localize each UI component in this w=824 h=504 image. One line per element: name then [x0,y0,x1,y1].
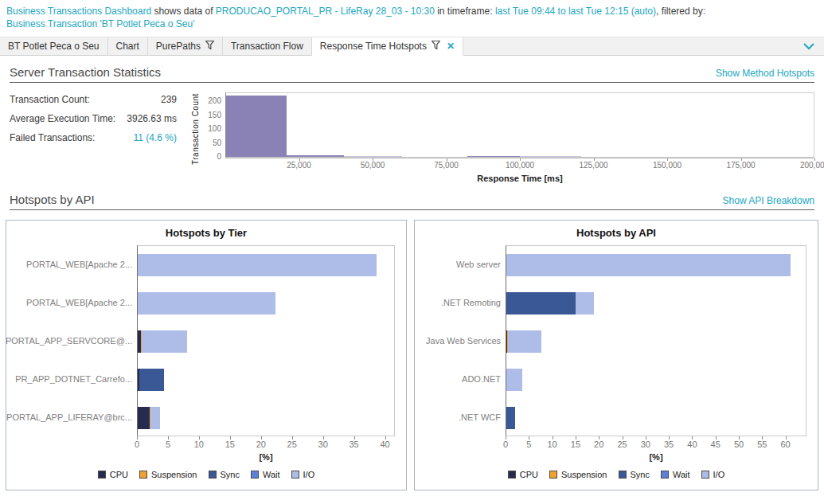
x-tick-label: 40 [687,440,697,449]
dashboard-description: Business Transactions Dashboard shows da… [0,0,824,33]
bar-segment-i-o [576,292,594,315]
tab-label: BT Potlet Peca o Seu [8,41,100,52]
category-label: PORTAL_APP_LIFERAY@brc... [11,398,137,436]
histogram-x-tick-label: 25,000 [287,161,311,170]
bar-stack [138,369,394,391]
bar-row [506,361,806,399]
tab-response-time-hotspots[interactable]: Response Time Hotspots✕ [312,37,463,56]
legend-item: Wait [661,470,690,479]
stat-row: Failed Transactions:11 (4.6 %) [10,132,191,143]
bar-segment-i-o [508,330,541,353]
legend-swatch [549,471,557,479]
category-label: PORTAL_WEB[Apache 2... [11,283,137,322]
legend-label: Suspension [561,470,607,479]
hotspots-by-tier-panel: Hotspots by TierPORTAL_WEB[Apache 2...PO… [6,220,407,490]
server-transaction-statistics-header: Server Transaction Statistics Show Metho… [10,65,814,79]
x-tick-label: 0 [503,440,508,449]
legend-swatch [98,471,106,479]
chart-legend: CPUSuspensionSyncWaitI/O [6,462,406,479]
show-api-breakdown-link[interactable]: Show API Breakdown [723,195,814,206]
close-tab-icon[interactable]: ✕ [445,41,455,52]
filter-icon[interactable] [205,41,214,52]
x-tick-label: 15 [571,440,580,449]
legend-label: I/O [303,470,315,479]
x-tick-label: 10 [194,440,204,449]
description-segment: , filtered by: [656,6,705,17]
bar-segment-cpu [138,407,150,429]
histogram-bar [287,155,344,157]
x-axis-label: [%] [137,451,395,462]
legend-item: Sync [209,470,240,479]
section-title-hotspots-by-api: Hotspots by API [10,193,95,206]
bar-row [138,322,394,361]
statistics-and-histogram: Transaction Count:239Average Execution T… [10,91,814,183]
histogram-y-tick-label: 0 [199,152,221,161]
tab-bar: BT Potlet Peca o SeuChartPurePathsTransa… [0,37,824,56]
plot-column: 0510152025303540[%] [137,245,395,462]
chart-title: Hotspots by Tier [6,225,406,245]
bar-stack [506,292,806,315]
legend-item: CPU [508,470,538,479]
tab-label: PurePaths [156,41,201,52]
tab-chart[interactable]: Chart [108,37,148,55]
filter-icon[interactable] [432,41,440,52]
chevron-down-icon[interactable] [794,37,824,55]
bar-row [506,246,806,284]
legend-label: Sync [221,470,240,479]
x-axis: 0510152025303540 [137,436,395,451]
x-tick-label: 45 [711,440,721,449]
legend-item: CPU [98,470,128,479]
tab-bt-potlet-peca-o-seu[interactable]: BT Potlet Peca o Seu [0,37,108,55]
x-tick-label: 50 [734,440,744,449]
hotspots-by-api-panel: Hotspots by APIWeb server.NET RemotingJa… [414,220,818,490]
plot-area [137,245,395,436]
stat-value[interactable]: 11 (4.6 %) [121,132,177,143]
plot-area [506,245,806,436]
tab-transaction-flow[interactable]: Transaction Flow [223,37,312,55]
description-segment: Business Transaction 'BT Potlet Peca o S… [6,18,195,29]
stat-row: Transaction Count:239 [10,94,191,105]
legend-item: Sync [619,470,650,479]
chart-body: PORTAL_WEB[Apache 2...PORTAL_WEB[Apache … [6,245,406,462]
bar-segment-i-o [138,292,275,315]
x-tick-label: 20 [594,440,603,449]
legend-item: Wait [251,470,280,479]
hotspot-charts: Hotspots by TierPORTAL_WEB[Apache 2...PO… [6,220,818,490]
histogram-x-tick-label: 200,000 [800,161,824,170]
histogram-bar [520,156,581,157]
legend-item: I/O [291,470,315,479]
legend-label: Wait [263,470,280,479]
histogram-x-axis: 25,00050,00075,000100,000125,000150,0001… [225,158,814,172]
bar-stack [506,369,806,391]
tab-purepaths[interactable]: PurePaths [148,37,223,55]
legend-swatch [619,471,627,479]
bar-stack [506,407,806,429]
bar-row [138,399,394,437]
description-segment: in timeframe: [435,6,495,17]
x-tick-label: 60 [781,440,791,449]
dashboard-window: Business Transactions Dashboard shows da… [0,0,824,490]
legend-swatch [209,471,217,479]
histogram-x-tick-label: 125,000 [579,161,607,170]
bar-row [138,284,394,322]
x-tick-label: 55 [757,440,767,449]
bar-segment-i-o [506,254,791,276]
bar-row [506,322,806,361]
x-tick-label: 25 [287,440,297,449]
histogram-y-tick-label: 100 [199,124,221,133]
chart-body: Web server.NET RemotingJava Web Services… [415,245,818,462]
chart-legend: CPUSuspensionSyncWaitI/O [415,462,818,479]
chart-title: Hotspots by API [415,225,818,245]
hotspots-by-api-header: Hotspots by API Show API Breakdown [10,193,814,206]
legend-swatch [139,471,147,479]
histogram-bar [226,96,287,157]
x-tick-label: 5 [166,440,170,449]
bar-stack [506,330,806,353]
show-method-hotspots-link[interactable]: Show Method Hotspots [716,68,814,79]
histogram-y-tick-label: 50 [199,139,221,147]
x-tick-label: 25 [617,440,627,449]
category-label: PORTAL_WEB[Apache 2... [11,245,137,283]
x-axis: 051015202530354045505560 [506,436,806,451]
section-divider [10,209,814,210]
bar-segment-i-o [506,369,522,391]
